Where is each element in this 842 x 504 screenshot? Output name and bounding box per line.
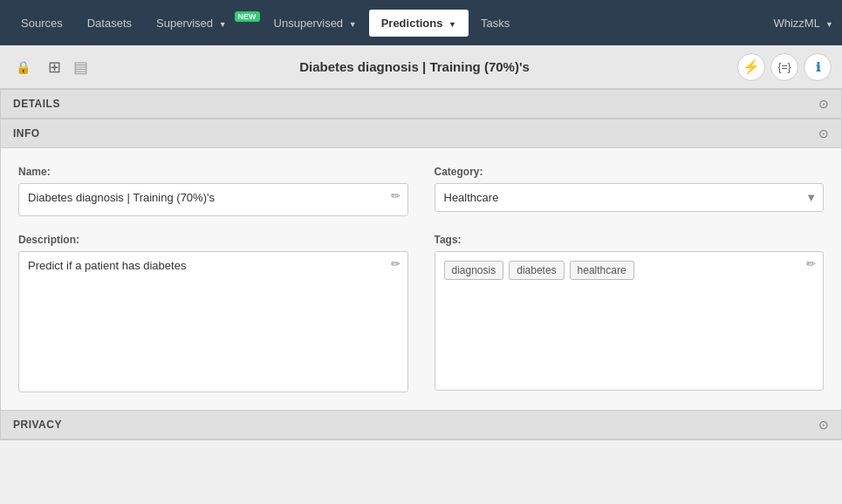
privacy-title: PRIVACY [13,419,62,431]
nav-unsupervised[interactable]: Unsupervised ▼ [262,10,369,37]
name-label: Name: [18,166,408,178]
tag-diabetes: diabetes [509,261,564,280]
predictions-arrow-icon: ▼ [448,20,456,29]
nav-tasks-label: Tasks [481,17,510,30]
nav-sources-label: Sources [21,17,63,30]
nav-predictions[interactable]: Predictions ▼ [369,10,469,37]
supervised-arrow-icon: ▼ [219,20,227,29]
name-col: Name: Diabetes diagnosis | Training (70%… [18,166,408,216]
info-chevron-icon: ⊙ [818,126,829,140]
content-area: DETAILS ⊙ INFO ⊙ Name: Diabetes diagnosi… [0,89,842,504]
toolbar: 🔒 ⊞ ▤ Diabetes diagnosis | Training (70%… [0,45,842,89]
details-header[interactable]: DETAILS ⊙ [1,90,841,119]
name-value: Diabetes diagnosis | Training (70%)'s [19,184,407,215]
category-select[interactable]: Healthcare Finance Education Technology … [435,183,825,212]
nav-user-label: WhizzML [773,17,819,30]
tags-container: ✏ diagnosis diabetes healthcare [435,251,825,391]
details-section: DETAILS ⊙ [0,89,842,119]
privacy-section: PRIVACY ⊙ [0,411,842,440]
description-value: Predict if a patient has diabetes [19,252,407,392]
tags-col: Tags: ✏ diagnosis diabetes healthcare [435,234,825,392]
nav-user[interactable]: WhizzML ▼ [773,17,833,30]
category-col: Category: Healthcare Finance Education T… [435,166,825,216]
category-label: Category: [435,166,825,178]
code-button[interactable]: {=} [770,53,798,81]
name-edit-icon[interactable]: ✏ [391,189,400,202]
user-arrow-icon: ▼ [825,20,833,29]
privacy-chevron-icon: ⊙ [818,418,829,432]
nav-datasets-label: Datasets [87,17,132,30]
name-field: Diabetes diagnosis | Training (70%)'s ✏ [18,183,408,216]
nav-supervised[interactable]: Supervised NEW ▼ [144,10,262,37]
tag-healthcare: healthcare [570,261,634,280]
privacy-header[interactable]: PRIVACY ⊙ [1,411,841,439]
doc-icon: ▤ [73,58,88,77]
description-label: Description: [18,234,408,246]
refresh-button[interactable]: ⚡ [737,53,765,81]
details-title: DETAILS [13,98,60,110]
tags-edit-icon[interactable]: ✏ [806,257,816,270]
description-field: Predict if a patient has diabetes ✏ [18,251,408,392]
category-select-wrapper: Healthcare Finance Education Technology … [435,183,825,212]
nav-sources[interactable]: Sources [9,10,75,37]
nav-unsupervised-label: Unsupervised [274,17,344,30]
tags-list: diagnosis diabetes healthcare [444,261,815,280]
nav-supervised-badge: NEW [235,11,260,22]
nav-datasets[interactable]: Datasets [75,10,144,37]
form-row-top: Name: Diabetes diagnosis | Training (70%… [18,166,824,216]
hierarchy-icon[interactable]: ⊞ [42,55,66,79]
tag-diagnosis: diagnosis [444,261,504,280]
lock-icon[interactable]: 🔒 [10,55,35,79]
details-chevron-icon: ⊙ [818,97,829,111]
nav-predictions-label: Predictions [381,17,443,30]
description-edit-icon[interactable]: ✏ [391,257,400,270]
info-header[interactable]: INFO ⊙ [1,119,841,148]
form-row-bottom: Description: Predict if a patient has di… [18,234,824,392]
nav-tasks[interactable]: Tasks [469,10,522,37]
description-col: Description: Predict if a patient has di… [18,234,408,392]
info-button[interactable]: ℹ [804,53,832,81]
page-title: Diabetes diagnosis | Training (70%)'s [99,59,730,74]
toolbar-actions: ⚡ {=} ℹ [737,53,832,81]
info-title: INFO [13,127,40,140]
navbar: Sources Datasets Supervised NEW ▼ Unsupe… [0,0,842,45]
tags-label: Tags: [435,234,825,246]
info-body: Name: Diabetes diagnosis | Training (70%… [1,148,841,410]
info-section: INFO ⊙ Name: Diabetes diagnosis | Traini… [0,119,842,411]
nav-supervised-label: Supervised [156,17,213,30]
unsupervised-arrow-icon: ▼ [349,20,357,29]
